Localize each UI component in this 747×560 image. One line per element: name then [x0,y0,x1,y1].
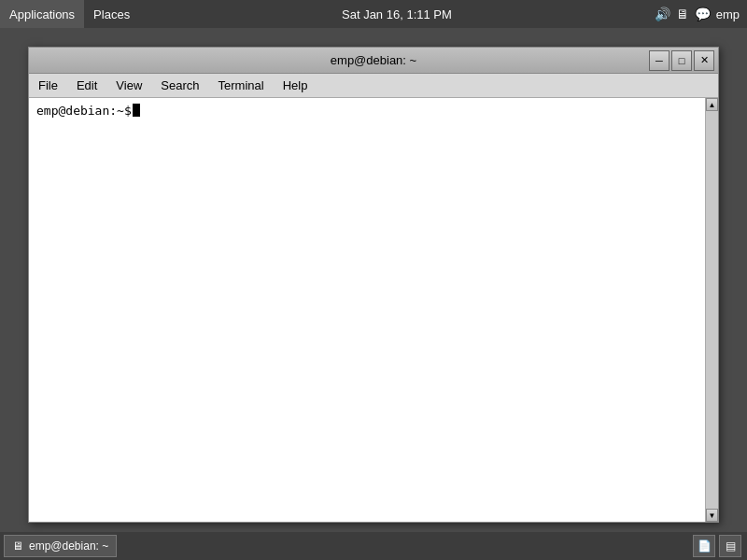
menu-file[interactable]: File [29,74,67,98]
menu-bar: File Edit View Search Terminal Help [29,74,718,98]
menu-edit[interactable]: Edit [67,74,106,98]
terminal-cursor [133,104,140,117]
taskbar-window-label: emp@debian: ~ [29,539,108,553]
taskbar-window-button[interactable]: 🖥 emp@debian: ~ [4,535,117,557]
taskbar-bottom-right: 📄 ▤ [693,535,747,557]
tray-icon-2[interactable]: ▤ [719,535,741,557]
chat-icon[interactable]: 💬 [695,7,711,21]
menu-terminal[interactable]: Terminal [209,74,274,98]
places-menu[interactable]: Places [84,0,139,28]
minimize-button[interactable]: ─ [649,50,669,71]
menu-view[interactable]: View [106,74,151,98]
menu-search[interactable]: Search [151,74,208,98]
scrollbar-up[interactable]: ▲ [706,98,718,111]
terminal-prompt: emp@debian:~$ [36,104,132,118]
scrollbar[interactable]: ▲ ▼ [705,98,718,522]
terminal-content[interactable]: emp@debian:~$ [29,98,705,522]
taskbar-bottom-left: 🖥 emp@debian: ~ [0,535,693,557]
close-button[interactable]: ✕ [694,50,714,71]
username-display: emp [716,7,740,21]
network-icon[interactable]: 🖥 [676,7,689,21]
desktop: emp@debian: ~ ─ □ ✕ File Edit View Searc… [0,28,747,532]
taskbar-bottom: 🖥 emp@debian: ~ 📄 ▤ [0,532,747,560]
menu-help[interactable]: Help [274,74,317,98]
window-title: emp@debian: ~ [331,53,416,67]
terminal-window: emp@debian: ~ ─ □ ✕ File Edit View Searc… [28,47,719,523]
scrollbar-track[interactable] [706,111,718,509]
maximize-button[interactable]: □ [671,50,692,71]
terminal-prompt-line: emp@debian:~$ [36,104,698,118]
terminal-taskbar-icon: 🖥 [12,539,23,553]
tray-icon-1[interactable]: 📄 [693,535,715,557]
datetime-display: Sat Jan 16, 1:11 PM [342,7,452,21]
taskbar-top: Applications Places Sat Jan 16, 1:11 PM … [0,0,747,28]
window-controls: ─ □ ✕ [649,50,714,71]
terminal-body: emp@debian:~$ ▲ ▼ [29,98,718,522]
title-bar: emp@debian: ~ ─ □ ✕ [29,48,718,74]
volume-icon[interactable]: 🔊 [655,7,670,21]
applications-menu[interactable]: Applications [0,0,84,28]
scrollbar-down[interactable]: ▼ [706,509,718,522]
